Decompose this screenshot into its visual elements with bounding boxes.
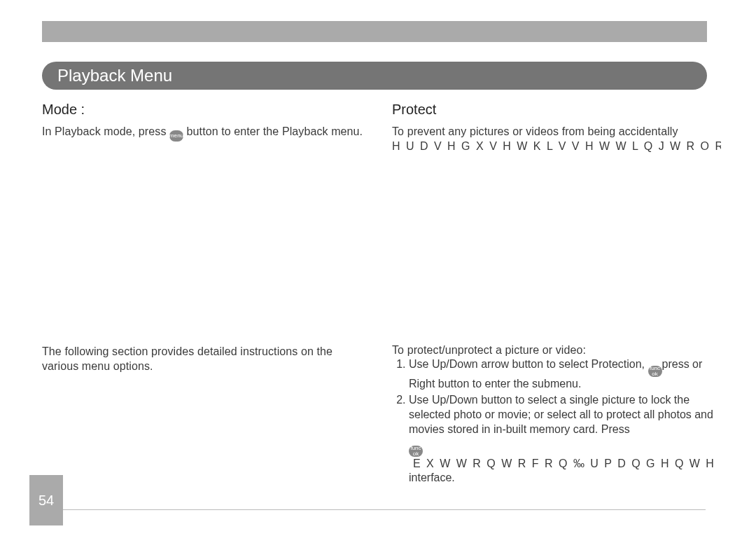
spacer [42,142,371,345]
mode-intro-prefix: In Playback mode, press [42,125,169,137]
step2-prefix: Use Up/Down button to select a single pi… [409,394,713,435]
protect-glyph-line: H U D V H G X V H W K L V V H W W L Q J … [392,139,721,154]
footer-rule [63,509,706,510]
protect-steps: Use Up/Down arrow button to select Prote… [392,357,721,486]
page-number-text: 54 [38,493,54,509]
mode-intro-mid: button to enter the [183,125,282,137]
func-ok-icon: func ok [409,446,423,457]
list-item: Use Up/Down button to select a single pi… [409,393,721,486]
content-columns: Mode : In Playback mode, press menu butt… [42,102,721,487]
section-title: Playback Menu [57,66,172,85]
func-ok-icon: func ok [648,366,662,377]
mode-intro-suffix: Playback menu. [282,125,363,137]
step2-suffix: interface. [409,472,455,483]
step2-glyph: E X W W R Q W R F R Q ‰ U P D Q G H Q W … [413,458,715,469]
section-title-pill: Playback Menu [42,62,707,90]
menu-button-icon: menu [169,130,183,142]
manual-page: Playback Menu Mode : In Playback mode, p… [0,0,756,550]
protect-heading: Protect [392,102,721,118]
right-column: Protect To prevent any pictures or video… [392,102,721,487]
mode-body: The following section provides detailed … [42,345,371,374]
page-number: 54 [29,475,63,525]
spacer [392,154,721,343]
step1-prefix: Use Up/Down arrow button to select Prote… [409,358,648,370]
left-column: Mode : In Playback mode, press menu butt… [42,102,371,487]
protect-instructions-lead: To protect/unprotect a picture or video: [392,343,721,358]
mode-intro: In Playback mode, press menu button to e… [42,125,371,142]
header-bar [42,21,707,42]
protect-intro: To prevent any pictures or videos from b… [392,125,721,139]
mode-heading: Mode : [42,102,371,118]
list-item: Use Up/Down arrow button to select Prote… [409,357,721,392]
